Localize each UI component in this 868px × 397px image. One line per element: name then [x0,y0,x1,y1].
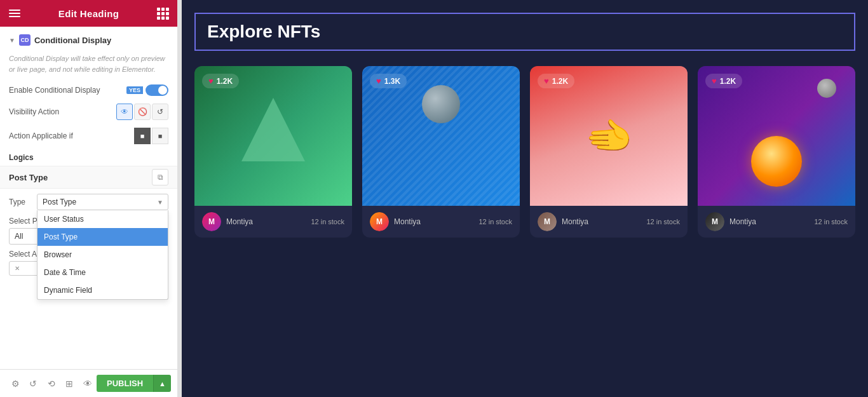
nft-stock: 12 in stock [814,218,848,225]
nft-like-badge: ♥ 1.2K [705,74,742,88]
sphere-shape [422,85,460,123]
section-title: Conditional Display [34,36,111,45]
explore-heading-box: Explore NFTs [194,13,855,51]
nft-like-badge: ♥ 1.2K [538,74,574,88]
type-select-wrapper: User Status Post Type Browser Date & Tim… [37,194,168,210]
nft-card[interactable]: ♥ 1.2K M Montiya 12 in stock [194,66,352,238]
visibility-hide-btn[interactable]: 🚫 [134,104,151,120]
explore-nfts-heading: Explore NFTs [207,22,843,42]
dropdown-item-post-type[interactable]: Post Type [37,228,168,246]
nft-user: M Montiya [370,212,421,231]
history-icon-btn[interactable]: ↺ [24,375,42,393]
nft-like-badge: ♥ 1.3K [370,74,407,88]
nft-card[interactable]: ♥ 1.3K M Montiya 12 in stock [362,66,520,238]
visibility-show-btn[interactable]: 👁 [116,104,133,120]
enable-toggle-wrapper: YES [126,84,168,96]
post-type-row: Post Type ⧉ [0,166,177,189]
nft-card[interactable]: ♥ 1.2K M Montiya 12 in stock [698,66,855,238]
avatar-circle: M [370,212,389,231]
heart-icon: ♥ [544,76,549,86]
heart-icon: ♥ [208,76,214,86]
logics-label: Logics [0,148,177,165]
nft-card-footer: M Montiya 12 in stock [698,206,855,238]
publish-button[interactable]: PUBLISH [97,375,153,392]
heart-icon: ♥ [712,76,717,86]
nft-card[interactable]: 🫲 ♥ 1.2K M Montiya 12 in stock [530,66,688,238]
nft-card-footer: M Montiya 12 in stock [362,206,520,238]
conditional-display-section-header[interactable]: ▼ CD Conditional Display [0,27,177,51]
undo-icon-btn[interactable]: ⟲ [43,375,60,393]
visibility-action-label: Visibility Action [9,107,59,116]
settings-icon-btn[interactable]: ⚙ [6,375,24,393]
applicable-any-btn[interactable]: ■ [152,128,168,144]
visibility-action-row: Visibility Action 👁 🚫 ↺ [0,100,177,124]
nft-card-footer: M Montiya 12 in stock [194,206,352,238]
avatar: M [370,212,389,231]
dropdown-item-dynamic-field[interactable]: Dynamic Field [37,281,168,299]
moon-shape [817,79,836,98]
notice-text: Conditional Display will take effect onl… [0,51,177,81]
nft-stock: 12 in stock [646,218,680,225]
planet-shape [751,136,802,187]
visibility-reset-btn[interactable]: ↺ [152,104,168,120]
type-label: Type [9,198,32,206]
enable-conditional-display-toggle[interactable] [146,84,168,96]
visibility-action-btn-group: 👁 🚫 ↺ [116,104,168,120]
avatar: M [705,212,724,231]
nft-likes: 1.2K [217,77,233,86]
hamburger-icon[interactable] [9,10,20,17]
nft-like-badge: ♥ 1.2K [202,74,239,88]
panel-content: ▼ CD Conditional Display Conditional Dis… [0,27,177,369]
nft-username: Montiya [226,217,253,226]
avatar: M [538,212,557,231]
left-panel: Edit Heading ▼ CD Conditional Display Co… [0,0,178,397]
nft-user: M Montiya [705,212,756,231]
avatar-circle: M [538,212,557,231]
chevron-down-icon: ▼ [9,37,15,44]
tag-x-icon[interactable]: ✕ [15,265,20,272]
heart-icon: ♥ [376,76,381,86]
section-icon: CD [19,34,31,46]
grid-icon[interactable] [157,8,168,20]
nft-user: M Montiya [538,212,588,231]
dropdown-item-user-status[interactable]: User Status [37,210,168,228]
nft-likes: 1.2K [720,77,736,86]
main-content: Explore NFTs ♥ 1.2K M Montiya [182,0,868,397]
nft-stock: 12 in stock [478,218,512,225]
avatar-circle: M [202,212,221,231]
avatar: M [202,212,221,231]
type-select-row: Type User Status Post Type Browser Date … [0,190,177,214]
nft-likes: 1.2K [552,77,568,86]
responsive-icon-btn[interactable]: ⊞ [60,375,78,393]
publish-dropdown-btn[interactable]: ▲ [153,375,171,392]
nft-grid: ♥ 1.2K M Montiya 12 in stock [194,66,855,238]
type-select[interactable]: User Status Post Type Browser Date & Tim… [37,194,168,210]
dropdown-item-browser[interactable]: Browser [37,246,168,264]
action-applicable-if-label: Action Applicable if [9,131,73,140]
toggle-yes-label: YES [126,86,143,94]
nft-username: Montiya [729,217,756,226]
panel-header: Edit Heading [0,0,177,27]
dropdown-item-date-time[interactable]: Date & Time [37,264,168,281]
nft-username: Montiya [394,217,421,226]
enable-conditional-display-label: Enable Conditional Display [9,86,100,95]
nft-user: M Montiya [202,212,253,231]
action-applicable-if-row: Action Applicable if ■ ■ [0,124,177,148]
enable-conditional-display-row: Enable Conditional Display YES [0,81,177,100]
nft-username: Montiya [562,217,588,226]
pyramid-shape [241,98,305,161]
nft-card-footer: M Montiya 12 in stock [530,206,688,238]
applicable-all-btn[interactable]: ■ [134,128,151,144]
panel-bottom-bar: ⚙ ↺ ⟲ ⊞ 👁 PUBLISH ▲ [0,369,177,397]
post-type-label: Post Type [9,173,48,182]
nft-stock: 12 in stock [311,218,344,225]
type-dropdown-menu: User Status Post Type Browser Date & Tim… [37,210,168,300]
publish-group: PUBLISH ▲ [97,375,171,392]
copy-post-type-btn[interactable]: ⧉ [152,169,168,185]
panel-title: Edit Heading [58,8,119,19]
action-applicable-btn-group: ■ ■ [134,128,168,144]
preview-icon-btn[interactable]: 👁 [79,375,97,393]
avatar-circle: M [705,212,724,231]
nft-likes: 1.3K [384,77,400,86]
